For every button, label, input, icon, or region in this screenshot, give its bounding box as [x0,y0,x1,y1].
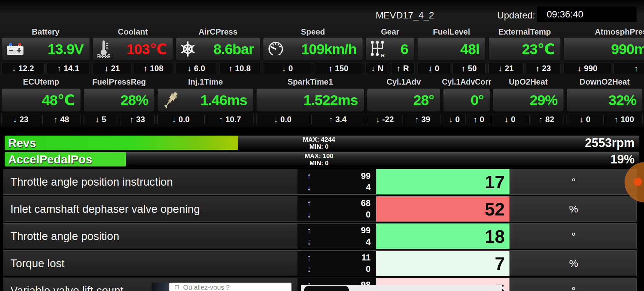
gauge-battery[interactable]: 13.9V [1,37,90,61]
revs-bar-fill-paint [5,136,238,150]
gauge-label-sparktime1: SparkTime1 [255,77,366,87]
down-arrow-icon [307,264,311,274]
gauge-row1-panels: 13.9V 103℃ [0,37,644,61]
gauge-upo2heat[interactable]: 29% [493,88,564,112]
gauge-label-externaltemp: ExternalTemp [487,27,562,37]
down-arrow-icon [376,115,380,124]
up-arrow-icon [219,115,223,124]
min-chip: 5 [84,114,118,125]
param-label: Inlet camshaft dephaser valve opening [3,196,298,222]
down-arrow-icon [282,64,286,73]
param-minmax: 99 4 [298,169,376,194]
gauge-fuellevel[interactable]: 48l [417,37,486,61]
gauge-value-cyl1adv: 28° [371,92,434,108]
gauge-label-inj1time: Inj.1Time [156,77,255,87]
overlay-edge [152,283,169,291]
up-arrow-icon [144,64,148,73]
gauge-downo2heat[interactable]: 32% [567,88,643,112]
param-unit: % [510,251,637,276]
min-chip: 21 [488,63,524,74]
gauge-atmosphpress[interactable]: 990mb [564,37,644,61]
table-row[interactable]: Inlet camshaft dephaser valve opening 68… [3,196,637,222]
down-arrow-icon [498,64,502,73]
min-chip: 0.0 [256,114,309,125]
record-dot-icon [634,178,642,186]
up-arrow-icon [462,64,466,73]
down-arrow-icon [428,64,432,73]
revs-bar-label: Revs [8,136,36,150]
up-arrow-icon [329,115,333,124]
max-chip: 33 [120,114,155,125]
gauge-label-coolant: Coolant [91,27,174,37]
gauge-label-fuellevel: FuelLevel [416,27,487,37]
min-chip: 0 [567,114,604,125]
gauge-value-fuelpressreg: 28% [88,92,148,108]
table-row[interactable]: Throttle angle position instruction 99 4… [3,169,637,195]
torque-dashboard-screen: MEVD17_4_2 Updated: 09:36:40 Battery Coo… [0,0,644,291]
gauge-externaltemp[interactable]: 23℃ [488,37,561,61]
up-arrow-icon [307,226,311,235]
injector-icon [162,90,180,110]
accelpedalpos-bar[interactable]: AccelPedalPos MAX: 100MIN: 0 19% [4,152,640,167]
min-chip: 6.0 [176,63,217,74]
down-arrow-icon [371,64,375,73]
gauge-label-gear: Gear [364,27,416,37]
down-arrow-icon [578,64,582,73]
max-chip: 14.1 [47,63,90,74]
accel-bar-maxmin: MAX: 100MIN: 0 [280,152,358,166]
min-chip: 23 [1,114,40,125]
revs-bar-value: 2553rpm [585,136,635,150]
gauge-row1-labels: Battery Coolant AirCPress Speed Gear Fue… [0,27,644,37]
revs-bar[interactable]: Revs MAX: 4244MIN: 0 2553rpm [4,135,640,150]
down-arrow-icon [449,115,453,124]
up-arrow-icon [536,64,540,73]
max-chip: R [391,63,415,74]
max-chip: 100 [606,114,643,125]
max-chip: 150 [314,63,363,74]
gauge-ecutemp[interactable]: 48℃ [1,88,81,112]
gauge-value-sparktime1: 1.522ms [261,92,358,108]
destination-search-box[interactable]: Où allez-vous ? [169,283,291,291]
gauge-label-downo2heat: DownO2Heat [565,77,644,87]
table-row[interactable]: Torque lost 11 0 7 % [3,250,637,276]
bottom-app-card[interactable] [301,285,502,291]
gauge-cyl1adv[interactable]: 28° [367,88,440,112]
down-arrow-icon [105,64,109,73]
param-minmax: 99 4 [298,224,376,249]
gauge-fuelpressreg[interactable]: 28% [84,88,155,112]
search-placeholder: Où allez-vous ? [183,284,230,291]
min-chip: N [366,63,389,74]
min-chip: 12.2 [1,63,45,74]
gauge-value-atmosphpress: 990mb [568,41,644,57]
param-unit: ° [510,224,637,249]
down-arrow-icon [172,115,176,124]
gauge-gear[interactable]: R 6 [366,37,415,61]
updated-label: Updated: [497,10,535,21]
up-arrow-icon [539,115,543,124]
gauge-inj1time[interactable]: 1.46ms [157,88,254,112]
gauge-label-battery: Battery [0,27,91,37]
up-arrow-icon [634,64,638,73]
max-chip: 10.8 [219,63,260,74]
gauge-value-coolant: 103℃ [110,41,167,57]
up-arrow-icon [130,115,134,124]
up-arrow-icon [614,115,618,124]
gauge-row1-minmax: 12.214.1 21108 6.010.8 0150 NR 050 2123 … [0,63,644,74]
down-arrow-icon [580,115,584,124]
gauge-value-aircpress: 8.6bar [196,41,254,57]
gauge-coolant[interactable]: 103℃ [93,37,173,61]
table-row[interactable]: Throttle angle position 99 4 18 ° [3,223,637,249]
gauge-value-cyl1advcorr: 0° [447,92,484,108]
accel-bar-label: AccelPedalPos [8,153,92,166]
gauge-aircpress[interactable]: 8.6bar [176,37,260,61]
down-arrow-icon [95,115,99,124]
param-unit: ° [510,278,637,291]
gauge-speed[interactable]: 109km/h [263,37,363,61]
gauge-row2-panels: 48℃ 28% [0,88,644,112]
gauge-sparktime1[interactable]: 1.522ms [256,88,364,112]
param-value: 7 [376,251,510,276]
max-chip: 50 [452,63,486,74]
max-chip: 48 [42,114,81,125]
gauge-row2-minmax: 2348 533 0.010.7 0.03.4 -2239 00 082 010… [0,114,644,125]
gauge-cyl1advcorr[interactable]: 0° [443,88,490,112]
